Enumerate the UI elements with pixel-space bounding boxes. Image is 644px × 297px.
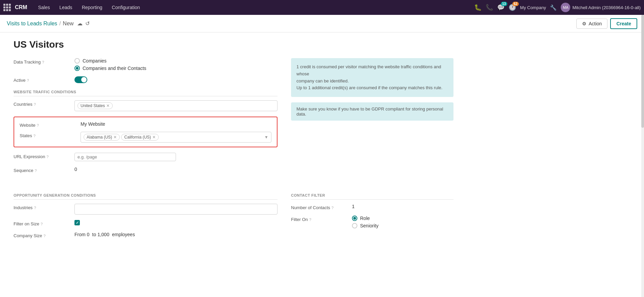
contacts-help[interactable]: ? (332, 206, 334, 210)
radio-seniority[interactable]: Seniority (352, 223, 453, 228)
active-row: Active ? (14, 76, 277, 83)
radio-companies-contacts-label: Companies and their Contacts (83, 66, 146, 71)
app-grid-icon[interactable] (3, 4, 11, 11)
radio-companies-circle[interactable] (74, 58, 80, 64)
phone-icon[interactable]: 📞 (486, 4, 493, 11)
breadcrumb-bar: Visits to Leads Rules / New ☁ ↺ ⚙ Action… (0, 15, 644, 32)
cloud-icon[interactable]: ☁ (77, 20, 83, 27)
states-row: States ? Alabama (US) ✕ California (US) … (20, 132, 271, 143)
tag-california-remove[interactable]: ✕ (152, 135, 156, 140)
radio-companies-contacts[interactable]: Companies and their Contacts (74, 66, 277, 71)
nav-reporting[interactable]: Reporting (78, 3, 107, 11)
filter-on-value: Role Seniority (352, 216, 453, 228)
gdpr-text: Make sure you know if you have to be GDP… (296, 106, 443, 117)
chat-icon[interactable]: 💬 13 (497, 4, 505, 11)
opportunity-section-heading: OPPORTUNITY GENERATION CONDITIONS (14, 193, 277, 200)
states-label: States ? (20, 132, 74, 138)
industries-label: Industries ? (14, 204, 68, 210)
active-help[interactable]: ? (27, 78, 29, 82)
size-range: From 0 to 1,000 employees (74, 232, 277, 237)
scroll-thumb[interactable] (641, 15, 644, 128)
nav-leads[interactable]: Leads (55, 3, 76, 11)
bordered-website-states: Website ? My Website States ? (14, 117, 277, 147)
tag-remove-icon[interactable]: ✕ (106, 103, 110, 108)
tag-alabama-remove[interactable]: ✕ (113, 135, 117, 140)
bottom-section: OPPORTUNITY GENERATION CONDITIONS Indust… (14, 187, 630, 244)
website-text: My Website (81, 121, 105, 127)
size-from: From 0 (74, 232, 89, 237)
countries-value: United States ✕ (74, 100, 277, 111)
industries-tag-field[interactable] (74, 204, 277, 215)
data-tracking-help[interactable]: ? (42, 60, 44, 64)
active-toggle[interactable] (74, 76, 87, 83)
nav-icons: 🐛 📞 💬 13 🕐 62 My Company 🔧 MA Mitchell A… (474, 3, 641, 12)
size-unit: employees (112, 232, 135, 237)
tag-california-label: California (US) (124, 135, 151, 140)
website-value: My Website (81, 121, 271, 127)
nav-configuration[interactable]: Configuration (108, 3, 144, 11)
url-help[interactable]: ? (46, 155, 48, 159)
industries-value (74, 204, 277, 215)
gdpr-info-box: Make sure you know if you have to be GDP… (291, 102, 453, 121)
website-label: Website ? (20, 121, 74, 128)
url-expression-value (74, 153, 277, 161)
url-expression-row: URL Expression ? (14, 153, 277, 161)
opportunity-conditions: OPPORTUNITY GENERATION CONDITIONS Indust… (14, 187, 277, 244)
url-expression-input[interactable] (74, 153, 176, 161)
action-button[interactable]: ⚙ Action (576, 19, 607, 29)
breadcrumb-parent[interactable]: Visits to Leads Rules (7, 21, 57, 27)
gear-icon: ⚙ (582, 21, 586, 26)
data-tracking-label: Data Tracking ? (14, 58, 68, 65)
sequence-value (74, 167, 277, 172)
breadcrumb-separator: / (59, 21, 61, 27)
user-info[interactable]: MA Mitchell Admin (20366964-16-0-all) (561, 3, 641, 12)
website-help[interactable]: ? (37, 123, 39, 127)
radio-companies-contacts-circle[interactable] (74, 66, 80, 71)
radio-seniority-label: Seniority (360, 223, 378, 228)
filter-size-help[interactable]: ? (41, 222, 43, 226)
countries-row: Countries ? United States ✕ (14, 100, 277, 111)
company-name[interactable]: My Company (520, 5, 546, 10)
states-tag-field[interactable]: Alabama (US) ✕ California (US) ✕ ▼ (81, 132, 271, 143)
sequence-row: Sequence ? (14, 167, 277, 173)
sequence-input[interactable] (74, 167, 95, 172)
tag-alabama-label: Alabama (US) (87, 135, 112, 140)
contacts-count: 1 (352, 204, 355, 209)
states-dropdown-arrow[interactable]: ▼ (264, 135, 268, 140)
filter-on-row: Filter On ? Role Seniority (291, 216, 453, 228)
sequence-label: Sequence ? (14, 167, 68, 173)
page-title: US Visitors (14, 39, 630, 50)
scroll-track (641, 15, 644, 250)
nav-sales[interactable]: Sales (34, 3, 54, 11)
breadcrumb-current: New (63, 21, 74, 27)
filter-on-help[interactable]: ? (309, 218, 311, 222)
radio-role[interactable]: Role (352, 216, 453, 221)
radio-role-circle[interactable] (352, 216, 357, 221)
refresh-icon[interactable]: ↺ (85, 20, 90, 27)
radio-seniority-circle[interactable] (352, 223, 357, 228)
filter-size-checkbox[interactable] (74, 220, 80, 225)
top-navigation: CRM Sales Leads Reporting Configuration … (0, 0, 644, 15)
number-of-contacts-label: Number of Contacts ? (291, 204, 345, 210)
bug-icon[interactable]: 🐛 (474, 4, 482, 11)
company-size-label: Company Size ? (14, 232, 68, 238)
company-size-help[interactable]: ? (44, 234, 46, 238)
countries-tag-field[interactable]: United States ✕ (74, 100, 277, 111)
wrench-icon[interactable]: 🔧 (550, 4, 557, 11)
filter-on-label: Filter On ? (291, 216, 345, 222)
data-tracking-value: Companies Companies and their Contacts (74, 58, 277, 71)
states-help[interactable]: ? (34, 134, 36, 138)
company-size-value: From 0 to 1,000 employees (74, 232, 277, 237)
brand-name[interactable]: CRM (15, 4, 27, 10)
activity-icon[interactable]: 🕐 62 (509, 4, 516, 11)
contact-filter-heading: CONTACT FILTER (291, 193, 453, 200)
sequence-help[interactable]: ? (35, 169, 37, 173)
industries-help[interactable]: ? (34, 206, 36, 210)
radio-companies[interactable]: Companies (74, 58, 277, 64)
countries-help[interactable]: ? (34, 102, 36, 106)
create-button[interactable]: Create (610, 18, 637, 29)
size-to: to 1,000 (92, 232, 109, 237)
active-label: Active ? (14, 76, 68, 83)
company-size-row: Company Size ? From 0 to 1,000 employees (14, 232, 277, 238)
filter-on-size-row: Filter on Size ? (14, 220, 277, 226)
